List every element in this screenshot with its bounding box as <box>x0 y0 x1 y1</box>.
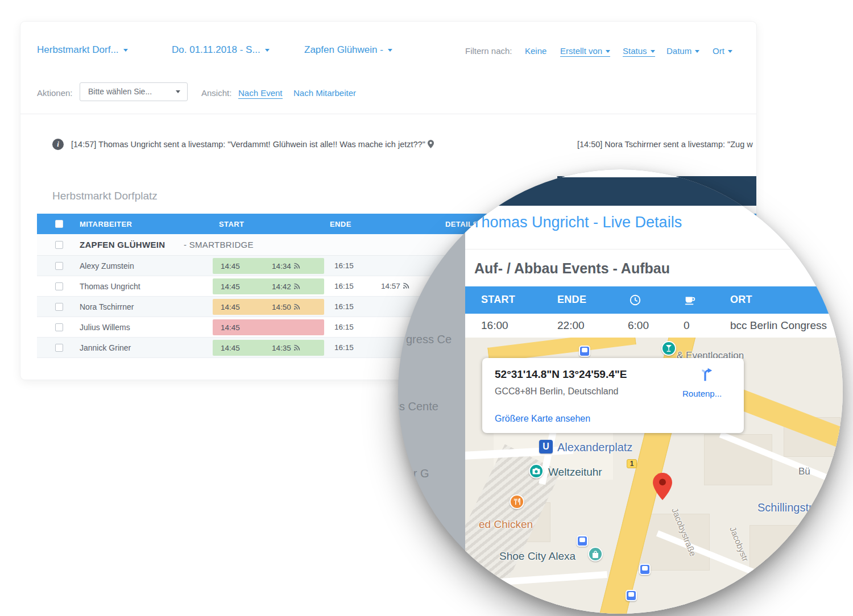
clock-icon <box>629 294 641 306</box>
map-info-card: 52°31'14.8"N 13°24'59.4"E GCC8+8H Berlin… <box>482 358 744 433</box>
group-suffix: - SMARTBRIDGE <box>184 240 254 249</box>
employee-name: Jannick Griner <box>80 343 131 352</box>
directions-button[interactable] <box>693 366 718 385</box>
buero-label: Bü <box>798 466 810 477</box>
nightlife-poi-icon[interactable] <box>661 341 676 356</box>
end-time: 16:15 <box>334 282 354 290</box>
station-schilling-label[interactable]: Schillingstr <box>757 501 813 514</box>
date-dropdown[interactable]: Do. 01.11.2018 - S... <box>172 44 270 56</box>
start-time-block[interactable]: 14:45 14:34 <box>213 258 324 274</box>
live-details-panel: Thomas Ungricht - Live Details Auf- / Ab… <box>465 206 843 614</box>
chevron-down-icon <box>728 50 732 53</box>
filter-location[interactable]: Ort <box>713 46 732 56</box>
row-checkbox[interactable] <box>55 262 63 270</box>
filter-created-by[interactable]: Erstellt von <box>560 46 610 57</box>
weltzeituhr-label[interactable]: Weltzeituhr <box>548 466 602 478</box>
planned-start: 14:45 <box>221 282 240 291</box>
group-checkbox[interactable] <box>55 241 63 249</box>
row-checkbox[interactable] <box>55 323 63 331</box>
employee-name: Alexy Zumstein <box>80 261 134 270</box>
detail-breaks: 0 <box>684 319 690 332</box>
select-all-checkbox[interactable] <box>55 220 63 228</box>
employee-name: Julius Willems <box>80 323 130 332</box>
start-time-block[interactable]: 14:45 14:50 <box>213 299 324 315</box>
livestamp-message-left: [14:57] Thomas Ungricht sent a livestamp… <box>71 140 434 149</box>
detail-duration: 6:00 <box>628 319 649 332</box>
end-time: 16:15 <box>334 261 354 270</box>
transit-stop-icon[interactable] <box>626 590 637 601</box>
employee-name: Nora Tschirrner <box>80 302 134 311</box>
col-start: START <box>219 220 244 228</box>
end-time: 16:15 <box>334 323 354 331</box>
group-name: ZAPFEN GLÜHWEIN <box>80 240 165 249</box>
restaurant-poi-icon[interactable] <box>510 494 524 509</box>
row-checkbox[interactable] <box>55 344 63 352</box>
map-embed[interactable]: & Eventlocation U Alexanderplatz Weltzei… <box>465 338 843 614</box>
actual-start: 14:34 <box>272 262 300 270</box>
detail-col-ort: ORT <box>730 294 752 306</box>
start-time-block[interactable]: 14:45 14:42 <box>213 278 324 294</box>
shopping-poi-icon[interactable] <box>588 547 603 561</box>
map-marker[interactable] <box>653 473 672 502</box>
detail-ende: 22:00 <box>557 319 585 332</box>
chevron-down-icon <box>265 49 270 52</box>
event-location-title: Herbstmarkt Dorfplatz <box>52 190 158 202</box>
filter-label: Filtern nach: <box>465 46 512 56</box>
row-checkbox[interactable] <box>55 303 63 311</box>
camera-icon <box>532 468 540 475</box>
dimmed-fragment: gress Ce <box>406 333 452 346</box>
transit-stop-icon[interactable] <box>579 346 590 357</box>
row-checkbox[interactable] <box>55 282 63 290</box>
actual-start: 14:42 <box>272 282 300 291</box>
event-dropdown[interactable]: Herbstmarkt Dorf... <box>37 44 128 56</box>
divider <box>20 114 756 114</box>
tab-view-by-event[interactable]: Nach Event <box>238 88 283 99</box>
filter-date[interactable]: Datum <box>666 46 699 56</box>
actions-select[interactable]: Bitte wählen Sie... <box>80 82 188 101</box>
transit-stop-icon[interactable] <box>639 564 651 575</box>
filter-status[interactable]: Status <box>623 46 655 57</box>
livestamp-message-right: [14:50] Nora Tschirrner sent a livestamp… <box>577 140 756 149</box>
live-details-title: Thomas Ungricht - Live Details <box>472 214 682 231</box>
larger-map-link[interactable]: Größere Karte ansehen <box>495 414 590 424</box>
actual-start: 14:35 <box>272 344 300 352</box>
directions-label[interactable]: Routenp... <box>682 389 722 398</box>
divider <box>465 249 843 249</box>
planned-start: 14:45 <box>221 262 240 270</box>
livestamp-rss-icon <box>293 344 300 351</box>
dimmed-fragment: ter G <box>404 467 429 480</box>
filter-none[interactable]: Keine <box>525 46 546 56</box>
chicken-label[interactable]: ed Chicken <box>479 518 533 531</box>
end-time: 16:15 <box>334 302 354 311</box>
livestamp-rss-icon <box>293 263 300 269</box>
view-label: Ansicht: <box>201 88 231 98</box>
detail-col-ende: ENDE <box>557 294 586 306</box>
ubahn-logo[interactable]: U <box>539 440 553 453</box>
attraction-poi-icon[interactable] <box>529 464 544 478</box>
transit-stop-icon[interactable] <box>577 535 588 547</box>
livestamp-rss-icon <box>293 283 300 290</box>
function-dropdown[interactable]: Zapfen Glühwein - <box>304 44 392 56</box>
chevron-down-icon <box>123 49 128 52</box>
station-alexanderplatz-label[interactable]: Alexanderplatz <box>557 441 632 454</box>
chevron-down-icon <box>651 50 655 53</box>
chevron-down-icon <box>606 50 610 53</box>
map-building <box>750 525 835 588</box>
coffee-cup-icon <box>684 294 696 306</box>
map-road <box>465 571 607 588</box>
planned-start: 14:45 <box>221 303 240 311</box>
magnifier-overlay: gress Ce ss Cente ter G Thomas Ungricht … <box>398 169 843 614</box>
route-badge: 1 <box>627 459 637 468</box>
tab-view-by-employee[interactable]: Nach Mitarbeiter <box>293 88 356 98</box>
location-pin-icon[interactable] <box>428 140 434 148</box>
start-time-block[interactable]: 14:45 14:35 <box>213 340 324 356</box>
detail-table-header: START ENDE ORT <box>465 286 843 314</box>
shoe-city-label[interactable]: Shoe City Alexa <box>499 550 575 563</box>
directions-icon <box>697 366 714 383</box>
livestamp-rss-icon <box>293 303 300 310</box>
end-time: 16:15 <box>334 343 354 352</box>
planned-start: 14:45 <box>221 323 240 332</box>
start-time-block[interactable]: 14:45 <box>213 319 324 335</box>
employee-name: Thomas Ungricht <box>80 282 140 291</box>
info-icon <box>52 139 64 150</box>
